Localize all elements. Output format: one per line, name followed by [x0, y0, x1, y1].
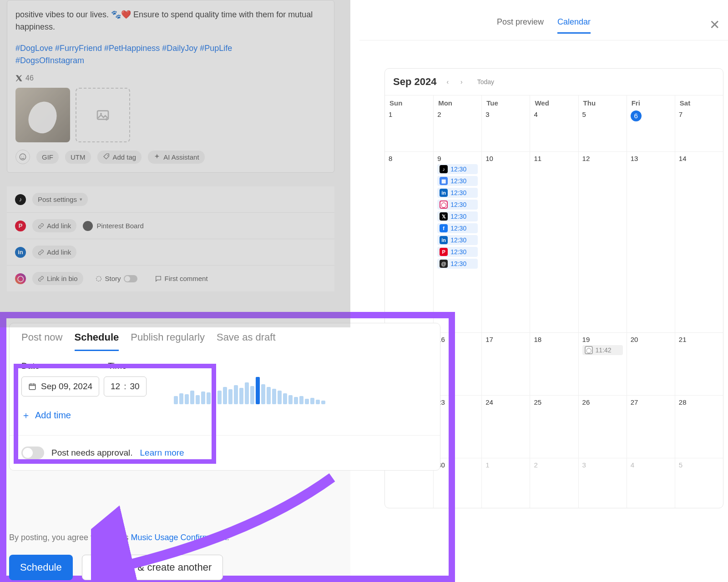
dow-wed: Wed [530, 95, 578, 108]
pinterest-board-selector[interactable]: Pinterest Board [83, 221, 143, 231]
media-thumbnail[interactable] [15, 88, 70, 142]
first-comment-button[interactable]: First comment [149, 272, 213, 285]
facebook-icon: f [440, 224, 448, 232]
pinterest-row: P Add link Pinterest Board [7, 212, 334, 239]
board-avatar [83, 221, 93, 231]
cal-cell[interactable]: 4 [627, 458, 675, 508]
ai-assistant-button[interactable]: AI Assistant [148, 151, 204, 164]
x-platform-icon [15, 75, 23, 82]
cal-cell[interactable]: 5 [675, 458, 723, 508]
cal-cell[interactable]: 21 [675, 332, 723, 395]
cal-cell[interactable]: 2 [433, 108, 481, 151]
schedule-button[interactable]: Schedule [9, 555, 73, 580]
tiktok-icon: ♪ [15, 194, 26, 205]
scheduled-event[interactable]: P12:30 [437, 247, 478, 257]
add-image-icon [96, 108, 110, 122]
close-button[interactable]: ✕ [709, 17, 720, 32]
post-hashtags[interactable]: #DogLove #FurryFriend #PetHappiness #Dai… [15, 42, 326, 67]
cal-cell[interactable]: 2 [530, 458, 578, 508]
char-count-value: 46 [25, 74, 34, 82]
cal-cell[interactable]: 26 [578, 395, 627, 458]
instagram-icon: ◯ [440, 201, 448, 209]
cal-cell[interactable]: 25 [530, 395, 578, 458]
music-usage-link[interactable]: Music Usage Confirmation [131, 533, 227, 542]
hashtag-line-2: #DogsOfInstagram [15, 56, 84, 65]
gif-button[interactable]: GIF [36, 151, 59, 164]
scheduled-event[interactable]: ◯12:30 [437, 200, 478, 210]
annotation-highlight-inner [14, 364, 216, 464]
hashtag-line-1: #DogLove #FurryFriend #PetHappiness #Dai… [15, 44, 232, 53]
tab-calendar[interactable]: Calendar [557, 17, 591, 34]
tab-post-preview[interactable]: Post preview [497, 17, 544, 34]
tab-publish-regularly[interactable]: Publish regularly [131, 331, 205, 351]
dow-fri: Fri [627, 95, 675, 108]
scheduled-event[interactable]: in12:30 [437, 188, 478, 198]
add-media-button[interactable] [76, 88, 130, 142]
scheduled-event[interactable]: ▦12:30 [437, 176, 478, 186]
cal-cell-today[interactable]: 6 [627, 108, 675, 151]
cal-cell[interactable]: 13 [627, 151, 675, 332]
cal-cell[interactable]: 24 [481, 395, 530, 458]
scheduled-event[interactable]: f12:30 [437, 223, 478, 233]
linkedin-add-link-button[interactable]: Add link [32, 246, 76, 259]
cal-cell[interactable]: 1 [385, 108, 433, 151]
calendar-header: Sep 2024 ‹ › Today [385, 69, 723, 95]
story-switch[interactable] [124, 275, 137, 282]
cal-cell[interactable]: 17 [481, 332, 530, 395]
link-in-bio-button[interactable]: Link in bio [32, 272, 83, 285]
dow-thu: Thu [578, 95, 627, 108]
cal-cell[interactable]: 8 [385, 151, 433, 332]
cal-cell[interactable]: 11 [530, 151, 578, 332]
cal-cell[interactable]: 27 [627, 395, 675, 458]
cal-cell[interactable]: 28 [675, 395, 723, 458]
prev-month-button[interactable]: ‹ [445, 76, 450, 87]
tab-schedule[interactable]: Schedule [75, 331, 119, 351]
cal-cell[interactable]: 20 [627, 332, 675, 395]
composer-toolbar: GIF UTM Add tag AI Assistant [15, 150, 326, 164]
post-settings-dropdown[interactable]: Post settings ▾ [32, 193, 88, 206]
schedule-tabs: Post now Schedule Publish regularly Save… [10, 323, 440, 351]
pinterest-add-link-button[interactable]: Add link [32, 219, 76, 232]
cal-cell[interactable]: 14 [675, 151, 723, 332]
cal-cell[interactable]: 5 [578, 108, 627, 151]
draft-event[interactable]: ◯11:42 [582, 345, 623, 355]
scheduled-event[interactable]: 𝕏12:30 [437, 211, 478, 221]
cal-cell[interactable]: 3 [481, 108, 530, 151]
platform-settings-list: ♪ Post settings ▾ P Add link Pinterest B… [7, 186, 334, 291]
scheduled-event[interactable]: ♪12:30 [437, 164, 478, 174]
tag-icon [103, 153, 110, 161]
cal-cell[interactable]: 1 [481, 458, 530, 508]
emoji-icon [19, 153, 27, 161]
threads-icon: @ [440, 260, 448, 268]
cal-cell[interactable]: 19 ◯11:42 [578, 332, 627, 395]
tab-save-as-draft[interactable]: Save as draft [217, 331, 276, 351]
svg-point-2 [20, 154, 26, 160]
linkedin-icon: in [440, 236, 448, 244]
scheduled-event[interactable]: @12:30 [437, 259, 478, 269]
cal-cell[interactable]: 4 [530, 108, 578, 151]
tab-post-now[interactable]: Post now [21, 331, 63, 351]
today-button[interactable]: Today [477, 78, 494, 85]
utm-button[interactable]: UTM [65, 151, 91, 164]
cal-cell-with-events[interactable]: 9 ♪12:30 ▦12:30 in12:30 ◯12:30 𝕏12:30 f1… [433, 151, 481, 332]
cal-cell[interactable]: 12 [578, 151, 627, 332]
post-text-content[interactable]: positive vibes to our lives. 🐾❤️ Ensure … [15, 9, 326, 33]
tiktok-disclaimer: By posting, you agree to TikTok's Music … [9, 533, 229, 542]
cal-cell[interactable]: 10 [481, 151, 530, 332]
dow-sat: Sat [675, 95, 723, 108]
svg-rect-0 [97, 111, 108, 120]
cal-cell[interactable]: 3 [578, 458, 627, 508]
instagram-row: ◯ Link in bio Story First comment [7, 265, 334, 291]
story-toggle[interactable]: Story [90, 272, 143, 285]
cal-cell[interactable]: 18 [530, 332, 578, 395]
pinterest-icon: P [15, 221, 26, 231]
instagram-icon: ◯ [585, 346, 593, 354]
scheduled-event[interactable]: in12:30 [437, 235, 478, 245]
schedule-create-another-button[interactable]: Schedule & create another [82, 555, 223, 580]
emoji-button[interactable] [15, 150, 30, 164]
dow-sun: Sun [385, 95, 433, 108]
character-counter: 46 [15, 74, 326, 82]
next-month-button[interactable]: › [459, 76, 465, 87]
cal-cell[interactable]: 7 [675, 108, 723, 151]
add-tag-button[interactable]: Add tag [97, 151, 142, 164]
